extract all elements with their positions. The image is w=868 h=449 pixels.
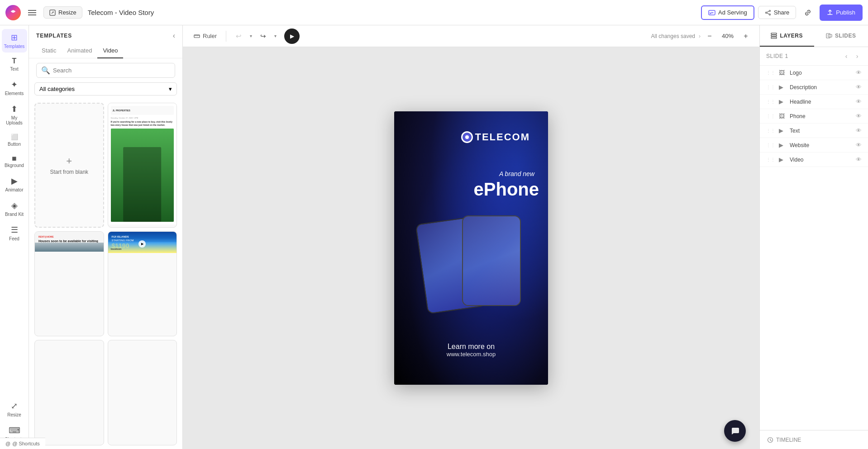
zoom-out-button[interactable]: − (703, 30, 716, 43)
resize-button[interactable]: Resize (43, 6, 82, 19)
ruler-button[interactable]: Ruler (190, 31, 220, 41)
undo-dropdown[interactable]: ▾ (247, 29, 254, 43)
sidebar-item-brandkit[interactable]: ◈ Brand Kit (2, 197, 27, 220)
play-button[interactable]: ▶ (284, 29, 300, 44)
publish-button[interactable]: Publish (820, 5, 863, 21)
template-card-fiji[interactable]: FIJI ISLANDS STARTING FROM $1190 ▶ trave… (108, 231, 177, 337)
plus-icon: + (66, 155, 72, 167)
layer-visibility-logo[interactable]: 👁 (856, 69, 862, 76)
canvas-cta: Learn more on www.telecom.shop (394, 343, 548, 358)
layer-visibility-video[interactable]: 👁 (856, 156, 862, 163)
ad-serving-button[interactable]: Ad Serving (701, 5, 754, 20)
templates-header: TEMPLATES ‹ (29, 25, 182, 43)
drag-handle-icon: ⋮⋮ (766, 70, 775, 75)
logo-text: TELECOM (475, 131, 530, 143)
shortcuts-bar[interactable]: @ @ Shortcuts (0, 438, 45, 449)
layer-item-headline[interactable]: ⋮⋮ ▶ Headline 👁 (760, 95, 868, 109)
link-button[interactable] (800, 5, 816, 21)
search-input-wrap[interactable]: 🔍 (36, 63, 175, 78)
canvas-frame: TELECOM A brand new ePhone (394, 111, 548, 385)
layer-name-website: Website (790, 142, 852, 148)
layer-item-website[interactable]: ⋮⋮ ▶ Website 👁 (760, 138, 868, 153)
layer-visibility-website[interactable]: 👁 (856, 142, 862, 148)
elements-icon: ✦ (11, 80, 18, 90)
templates-panel: TEMPLATES ‹ Static Animated Video 🔍 All … (29, 25, 183, 449)
layer-item-phone[interactable]: ⋮⋮ 🖼 Phone 👁 (760, 109, 868, 124)
search-input[interactable] (53, 67, 170, 74)
layer-name-text: Text (790, 128, 852, 134)
drag-handle-icon: ⋮⋮ (766, 114, 775, 119)
layer-item-video[interactable]: ⋮⋮ ▶ Video 👁 (760, 153, 868, 167)
sidebar-item-background[interactable]: ◼ Bkground (2, 151, 27, 172)
svg-point-9 (769, 14, 770, 15)
tab-static[interactable]: Static (36, 43, 62, 58)
shortcuts-at-icon: @ (5, 441, 10, 446)
layer-name-logo: Logo (790, 70, 852, 76)
layer-item-description[interactable]: ⋮⋮ ▶ Description 👁 (760, 80, 868, 95)
sidebar-item-button[interactable]: ⬜ Button (2, 130, 27, 150)
brandkit-icon: ◈ (11, 201, 18, 210)
search-icon: 🔍 (41, 66, 50, 75)
slide-nav: ‹ › (842, 52, 862, 61)
template-card-rent[interactable]: RENT@HOME Houses soon to be available fo… (34, 231, 104, 337)
layer-item-logo[interactable]: ⋮⋮ 🖼 Logo 👁 (760, 66, 868, 80)
slide-section-header: SLIDE 1 ‹ › (760, 47, 868, 66)
layer-visibility-phone[interactable]: 👁 (856, 113, 862, 119)
zoom-in-button[interactable]: + (739, 30, 752, 43)
svg-point-7 (769, 10, 770, 11)
template-card-trip[interactable]: Don't cancel your trip. Reschedule. Sear… (34, 340, 104, 445)
layer-visibility-headline[interactable]: 👁 (856, 98, 862, 105)
sidebar-item-templates[interactable]: ⊞ Templates (2, 29, 27, 53)
tab-slides[interactable]: SLIDES (814, 25, 868, 47)
layer-visibility-text[interactable]: 👁 (856, 127, 862, 134)
video-type-icon: ▶ (779, 127, 786, 134)
chevron-down-icon: ▾ (169, 86, 172, 92)
sidebar-item-resize[interactable]: ⤢ Resize (2, 397, 27, 421)
category-label: All categories (39, 86, 75, 92)
hamburger-button[interactable] (26, 7, 38, 19)
sidebar-item-uploads[interactable]: ⬆ My Uploads (2, 100, 27, 129)
blank-template[interactable]: + Start from blank (34, 103, 104, 228)
tab-video[interactable]: Video (97, 43, 123, 58)
shortcuts-icon: ⌨ (9, 425, 20, 435)
sidebar-item-elements[interactable]: ✦ Elements (2, 76, 27, 100)
undo-button[interactable]: ↩ (232, 29, 245, 43)
chat-fab-button[interactable] (724, 420, 746, 442)
topbar-right: Ad Serving Share Publish (701, 5, 863, 21)
animator-icon: ▶ (11, 176, 18, 186)
canvas-logo: TELECOM (461, 131, 530, 143)
timeline-label: TIMELINE (767, 437, 801, 443)
drag-handle-icon: ⋮⋮ (766, 157, 775, 162)
app-logo[interactable] (5, 5, 21, 20)
layer-item-text[interactable]: ⋮⋮ ▶ Text 👁 (760, 124, 868, 138)
canvas-viewport[interactable]: TELECOM A brand new ePhone (183, 47, 759, 449)
layers-list: ⋮⋮ 🖼 Logo 👁 ⋮⋮ ▶ Description 👁 ⋮⋮ ▶ Head… (760, 66, 868, 430)
redo-dropdown[interactable]: ▾ (272, 29, 279, 43)
svg-rect-12 (771, 35, 777, 36)
template-card-real-estate[interactable]: JL PROPERTIES Saturday, October 27, 2023… (108, 103, 177, 228)
topbar: Resize Telecom - Video Story Ad Serving … (0, 0, 868, 25)
tab-animated[interactable]: Animated (62, 43, 98, 58)
redo-button[interactable]: ↪ (256, 29, 270, 43)
layer-visibility-description[interactable]: 👁 (856, 84, 862, 91)
shortcuts-label: @ Shortcuts (12, 441, 40, 446)
sidebar-item-feed[interactable]: ☰ Feed (2, 221, 27, 245)
save-status: All changes saved › (651, 33, 701, 39)
sidebar-item-text[interactable]: T Text (2, 53, 27, 75)
sidebar-item-animator[interactable]: ▶ Animator (2, 172, 27, 196)
svg-rect-2 (28, 10, 36, 11)
zoom-level[interactable]: 40% (719, 33, 737, 39)
drag-handle-icon: ⋮⋮ (766, 128, 775, 133)
panel-close-button[interactable]: ‹ (173, 32, 175, 40)
tab-layers[interactable]: LAYERS (760, 25, 814, 47)
share-button[interactable]: Share (758, 6, 796, 19)
feed-icon: ☰ (11, 225, 18, 235)
slide-next-button[interactable]: › (853, 52, 862, 61)
template-card-workout[interactable]: ★★★★★ 20-MINUTE WORKOUT PLANS FOR BUSY M… (108, 340, 177, 445)
slide-label: SLIDE 1 (766, 53, 788, 59)
svg-rect-13 (771, 37, 777, 38)
category-select[interactable]: All categories ▾ (34, 82, 177, 96)
right-panel: LAYERS SLIDES SLIDE 1 ‹ › ⋮⋮ 🖼 Log (759, 25, 868, 449)
canvas-subtitle: A brand new (499, 170, 534, 177)
slide-prev-button[interactable]: ‹ (842, 52, 851, 61)
